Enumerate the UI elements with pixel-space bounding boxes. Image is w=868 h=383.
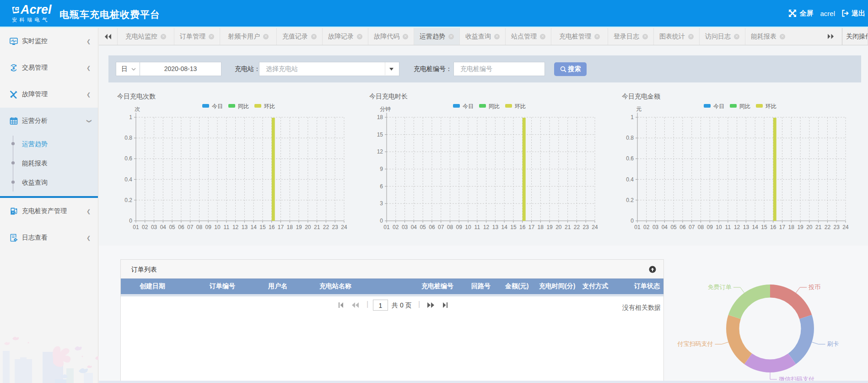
svg-text:07: 07 bbox=[689, 224, 695, 230]
svg-text:01: 01 bbox=[634, 224, 641, 230]
svg-text:04: 04 bbox=[160, 224, 167, 230]
svg-text:15: 15 bbox=[761, 224, 767, 230]
svg-text:今日: 今日 bbox=[463, 103, 474, 109]
svg-text:18: 18 bbox=[538, 224, 544, 230]
svg-text:02: 02 bbox=[393, 224, 399, 230]
svg-text:08: 08 bbox=[698, 224, 704, 230]
svg-text:06: 06 bbox=[679, 224, 686, 230]
svg-text:10: 10 bbox=[716, 224, 722, 230]
svg-text:11: 11 bbox=[224, 224, 230, 230]
svg-text:04: 04 bbox=[411, 224, 417, 230]
svg-text:08: 08 bbox=[447, 224, 453, 230]
svg-text:20: 20 bbox=[305, 224, 311, 230]
svg-text:05: 05 bbox=[670, 224, 677, 230]
svg-text:15: 15 bbox=[259, 224, 266, 230]
svg-text:今日: 今日 bbox=[713, 103, 724, 109]
svg-text:11: 11 bbox=[474, 224, 480, 230]
svg-text:07: 07 bbox=[438, 224, 444, 230]
svg-text:同比: 同比 bbox=[739, 103, 750, 109]
svg-text:投币: 投币 bbox=[808, 284, 820, 290]
svg-text:17: 17 bbox=[278, 224, 284, 230]
svg-text:23: 23 bbox=[583, 224, 589, 230]
svg-text:09: 09 bbox=[707, 224, 713, 230]
svg-text:22: 22 bbox=[825, 224, 831, 230]
svg-text:22: 22 bbox=[574, 224, 580, 230]
svg-text:今日: 今日 bbox=[212, 103, 223, 109]
svg-text:15: 15 bbox=[377, 131, 383, 138]
svg-text:20: 20 bbox=[555, 224, 562, 230]
svg-text:0: 0 bbox=[380, 218, 383, 224]
svg-text:22: 22 bbox=[323, 224, 329, 230]
svg-text:免费订单: 免费订单 bbox=[708, 284, 732, 290]
svg-text:12: 12 bbox=[232, 224, 239, 230]
svg-text:18: 18 bbox=[377, 114, 383, 120]
svg-text:0.6: 0.6 bbox=[626, 155, 634, 162]
svg-text:02: 02 bbox=[643, 224, 650, 230]
svg-text:06: 06 bbox=[429, 224, 435, 230]
svg-text:01: 01 bbox=[383, 224, 390, 230]
svg-text:09: 09 bbox=[456, 224, 463, 230]
svg-text:环比: 环比 bbox=[765, 103, 776, 109]
svg-text:12: 12 bbox=[734, 224, 740, 230]
svg-text:12: 12 bbox=[483, 224, 490, 230]
svg-text:06: 06 bbox=[178, 224, 184, 230]
svg-text:03: 03 bbox=[402, 224, 408, 230]
svg-text:10: 10 bbox=[465, 224, 471, 230]
svg-text:16: 16 bbox=[269, 224, 275, 230]
svg-text:15: 15 bbox=[510, 224, 517, 230]
svg-text:21: 21 bbox=[815, 224, 822, 230]
svg-text:1: 1 bbox=[631, 114, 634, 120]
svg-text:12: 12 bbox=[377, 148, 383, 155]
svg-text:03: 03 bbox=[151, 224, 157, 230]
svg-text:20: 20 bbox=[806, 224, 813, 230]
svg-text:17: 17 bbox=[528, 224, 535, 230]
svg-text:14: 14 bbox=[250, 224, 257, 230]
svg-text:02: 02 bbox=[142, 224, 148, 230]
svg-text:0: 0 bbox=[129, 218, 132, 224]
svg-text:14: 14 bbox=[752, 224, 758, 230]
svg-text:0: 0 bbox=[631, 218, 634, 224]
svg-text:1: 1 bbox=[129, 114, 132, 120]
svg-text:刷卡: 刷卡 bbox=[827, 340, 839, 347]
svg-text:18: 18 bbox=[287, 224, 293, 230]
svg-text:16: 16 bbox=[519, 224, 526, 230]
svg-text:01: 01 bbox=[133, 224, 139, 230]
svg-text:10: 10 bbox=[214, 224, 221, 230]
svg-text:18: 18 bbox=[788, 224, 795, 230]
svg-text:9: 9 bbox=[380, 166, 383, 172]
svg-text:0.4: 0.4 bbox=[124, 176, 132, 183]
svg-text:0.2: 0.2 bbox=[626, 197, 634, 203]
svg-text:09: 09 bbox=[205, 224, 212, 230]
svg-text:17: 17 bbox=[779, 224, 786, 230]
svg-text:13: 13 bbox=[743, 224, 749, 230]
svg-text:付宝扫码支付: 付宝扫码支付 bbox=[677, 340, 713, 347]
svg-text:24: 24 bbox=[842, 224, 849, 230]
svg-text:19: 19 bbox=[797, 224, 803, 230]
svg-text:0.4: 0.4 bbox=[626, 176, 634, 183]
svg-text:08: 08 bbox=[196, 224, 203, 230]
svg-text:环比: 环比 bbox=[264, 103, 275, 109]
svg-text:03: 03 bbox=[652, 224, 659, 230]
svg-text:0.8: 0.8 bbox=[124, 135, 132, 141]
svg-text:07: 07 bbox=[187, 224, 194, 230]
svg-text:23: 23 bbox=[332, 224, 339, 230]
svg-text:元: 元 bbox=[636, 106, 642, 112]
svg-text:14: 14 bbox=[501, 224, 507, 230]
svg-text:04: 04 bbox=[662, 224, 668, 230]
svg-text:19: 19 bbox=[296, 224, 302, 230]
svg-text:0.6: 0.6 bbox=[124, 155, 132, 162]
svg-text:环比: 环比 bbox=[514, 103, 526, 109]
svg-text:6: 6 bbox=[380, 183, 383, 190]
svg-text:同比: 同比 bbox=[489, 103, 500, 109]
svg-text:3: 3 bbox=[380, 200, 383, 207]
svg-text:13: 13 bbox=[492, 224, 499, 230]
svg-text:24: 24 bbox=[592, 224, 598, 230]
svg-text:13: 13 bbox=[242, 224, 248, 230]
svg-text:19: 19 bbox=[546, 224, 553, 230]
svg-text:0.8: 0.8 bbox=[626, 135, 634, 141]
svg-text:次: 次 bbox=[135, 106, 140, 112]
svg-text:11: 11 bbox=[725, 224, 731, 230]
svg-text:21: 21 bbox=[314, 224, 320, 230]
svg-text:分钟: 分钟 bbox=[380, 106, 391, 112]
svg-text:24: 24 bbox=[341, 224, 347, 230]
